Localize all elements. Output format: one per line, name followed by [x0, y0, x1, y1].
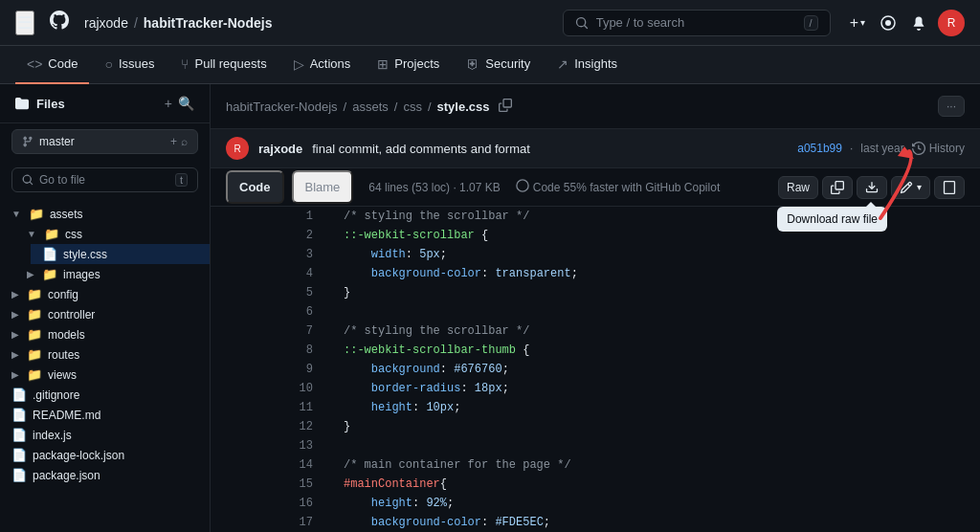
svg-point-1 [885, 20, 891, 26]
nav-reponame[interactable]: habitTracker-Nodejs [144, 15, 273, 31]
repo-nav: <> Code ○ Issues ⑂ Pull requests ▷ Actio… [0, 46, 980, 84]
nav-issues[interactable]: ○ Issues [93, 46, 166, 84]
table-row: 7/* styling the scrollbar */ [211, 321, 980, 341]
more-options-btn[interactable]: ··· [938, 96, 965, 117]
tree-item-config[interactable]: ▶ 📁 config [0, 284, 210, 304]
path-repo[interactable]: habitTracker-Nodejs [226, 100, 338, 114]
tree-item-packagejson[interactable]: 📄 package.json [0, 465, 210, 485]
line-number: 16 [211, 494, 328, 513]
issues-icon: ○ [104, 56, 112, 72]
folder-icon-assets: 📁 [29, 207, 44, 221]
file-icon-packagelock: 📄 [11, 448, 27, 462]
nav-security[interactable]: ⛨ Security [455, 46, 542, 84]
expand-btn[interactable] [934, 176, 965, 199]
search-sidebar-icon[interactable]: 🔍 [178, 96, 194, 111]
commit-hash[interactable]: a051b99 [797, 142, 842, 155]
sidebar-search-section: Go to file t [0, 160, 210, 200]
line-content: } [328, 283, 980, 302]
commit-author[interactable]: rajxode [258, 142, 302, 156]
tree-label-routes: routes [48, 348, 79, 362]
tab-blame[interactable]: Blame [292, 170, 354, 204]
nav-projects[interactable]: ⊞ Projects [366, 46, 451, 84]
global-search[interactable]: Type / to search / [563, 10, 831, 36]
commit-bar: R rajxode final commit, add comments and… [211, 129, 980, 168]
tree-item-gitignore[interactable]: 📄 .gitignore [0, 385, 210, 405]
nav-pulls[interactable]: ⑂ Pull requests [169, 46, 278, 84]
line-content: } [328, 417, 980, 436]
tab-code[interactable]: Code [226, 170, 284, 204]
nav-pulls-label: Pull requests [194, 56, 266, 71]
tree-label-stylecss: style.css [63, 248, 107, 261]
tree-item-stylecss[interactable]: 📄 style.css [31, 244, 210, 264]
nav-security-label: Security [485, 56, 530, 71]
notifications-button[interactable] [907, 11, 930, 34]
tree-item-packagelock[interactable]: 📄 package-lock.json [0, 445, 210, 465]
line-number: 11 [211, 398, 328, 417]
folder-icon-images: 📁 [42, 267, 57, 281]
add-button[interactable]: + ▾ [846, 11, 869, 35]
nav-actions: + ▾ R [846, 10, 965, 36]
tree-item-indexjs[interactable]: 📄 index.js [0, 425, 210, 445]
nav-code[interactable]: <> Code [15, 46, 89, 84]
tree-item-assets[interactable]: ▼ 📁 assets [0, 204, 210, 224]
path-assets[interactable]: assets [352, 100, 389, 114]
plus-icon: + [850, 14, 858, 32]
commit-avatar: R [226, 137, 249, 160]
file-tree: ▼ 📁 assets ▼ 📁 css 📄 style.css ▶ 📁 image… [0, 200, 210, 532]
tree-item-routes[interactable]: ▶ 📁 routes [0, 344, 210, 365]
line-number: 17 [211, 513, 328, 532]
tree-label-images: images [63, 268, 100, 281]
add-branch-icon[interactable]: + [170, 135, 177, 148]
table-row: 9 background: #676760; [211, 360, 980, 379]
table-row: 13 [211, 436, 980, 455]
tree-arrow-models: ▶ [11, 329, 19, 340]
line-content: ::-webkit-scrollbar-thumb { [328, 341, 980, 360]
line-content: width: 5px; [328, 245, 980, 264]
add-folder-icon[interactable]: + [165, 96, 172, 111]
nav-username[interactable]: rajxode [84, 15, 128, 31]
download-tooltip: Download raw file [777, 207, 887, 232]
nav-insights-label: Insights [574, 56, 617, 71]
branch-section: master + ⌕ [0, 123, 210, 160]
line-content: /* main container for the page */ [328, 455, 980, 475]
line-number: 8 [211, 341, 328, 360]
nav-insights[interactable]: ↗ Insights [546, 46, 629, 84]
line-content: height: 10px; [328, 398, 980, 417]
security-icon: ⛨ [466, 56, 479, 72]
folder-icon-config: 📁 [27, 287, 42, 301]
tree-arrow-config: ▶ [11, 289, 19, 299]
branch-selector[interactable]: master + ⌕ [11, 129, 198, 154]
tree-item-images[interactable]: ▶ 📁 images [15, 264, 210, 284]
tree-label-gitignore: .gitignore [33, 388, 79, 402]
nav-issues-label: Issues [119, 56, 155, 71]
path-css[interactable]: css [403, 100, 422, 114]
user-avatar[interactable]: R [938, 10, 965, 36]
go-to-file-btn[interactable]: Go to file t [11, 167, 198, 192]
line-number: 15 [211, 475, 328, 494]
nav-actions-label: Actions [310, 56, 351, 71]
line-number: 12 [211, 417, 328, 436]
code-stats: 64 lines (53 loc) · 1.07 KB [368, 181, 500, 194]
edit-btn[interactable]: ▾ [891, 176, 930, 199]
history-btn[interactable]: History [912, 142, 965, 155]
download-btn[interactable] [857, 176, 887, 199]
folder-icon-views: 📁 [27, 367, 42, 382]
search-branch-icon[interactable]: ⌕ [181, 135, 188, 148]
copy-path-btn[interactable] [499, 99, 512, 115]
nav-actions[interactable]: ▷ Actions [282, 46, 363, 84]
code-icon: <> [27, 56, 42, 72]
copilot-button[interactable] [877, 11, 900, 34]
tree-label-assets: assets [50, 208, 83, 221]
tree-item-models[interactable]: ▶ 📁 models [0, 324, 210, 344]
go-to-file-label: Go to file [39, 173, 85, 187]
table-row: 17 background-color: #FDE5EC; [211, 513, 980, 532]
copy-btn[interactable] [822, 176, 853, 199]
table-row: 12} [211, 417, 980, 436]
tree-label-packagelock: package-lock.json [33, 449, 124, 462]
tree-item-views[interactable]: ▶ 📁 views [0, 365, 210, 385]
tree-item-controller[interactable]: ▶ 📁 controller [0, 304, 210, 324]
tree-item-readme[interactable]: 📄 README.md [0, 405, 210, 425]
tree-item-css[interactable]: ▼ 📁 css [15, 224, 210, 244]
raw-btn[interactable]: Raw [778, 176, 818, 199]
hamburger-menu[interactable]: ☰ [15, 11, 34, 35]
